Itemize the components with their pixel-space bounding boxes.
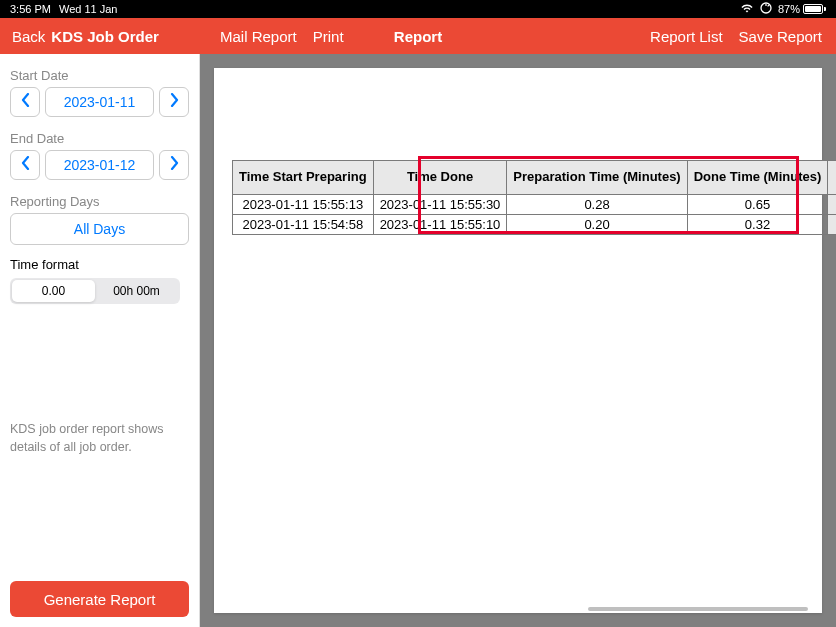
time-format-decimal[interactable]: 0.00 xyxy=(12,280,95,302)
end-date-prev-button[interactable] xyxy=(10,150,40,180)
report-viewport: Time Start Preparing Time Done Preparati… xyxy=(200,54,836,627)
battery-percent: 87% xyxy=(778,3,800,15)
back-button[interactable]: Back xyxy=(12,28,45,45)
reporting-days-label: Reporting Days xyxy=(10,194,189,209)
cell-start: 2023-01-11 15:54:58 xyxy=(233,215,374,235)
time-format-toggle: 0.00 00h 00m xyxy=(10,278,180,304)
generate-report-label: Generate Report xyxy=(44,591,156,608)
chevron-right-icon xyxy=(170,156,179,174)
cell-dtime: 0.65 xyxy=(687,195,828,215)
report-list-button[interactable]: Report List xyxy=(650,28,723,45)
col-time-done: Time Done xyxy=(373,161,507,195)
chevron-left-icon xyxy=(21,93,30,111)
cell-extra xyxy=(828,215,836,235)
status-bar: 3:56 PM Wed 11 Jan 87% xyxy=(0,0,836,18)
cell-dtime: 0.32 xyxy=(687,215,828,235)
page-title: KDS Job Order xyxy=(51,28,159,45)
generate-report-button[interactable]: Generate Report xyxy=(10,581,189,617)
report-table: Time Start Preparing Time Done Preparati… xyxy=(232,160,836,235)
report-page: Time Start Preparing Time Done Preparati… xyxy=(214,68,822,613)
all-days-button[interactable]: All Days xyxy=(10,213,189,245)
end-date-next-button[interactable] xyxy=(159,150,189,180)
sync-icon xyxy=(760,2,772,16)
time-format-label: Time format xyxy=(10,257,189,272)
end-date-value: 2023-01-12 xyxy=(64,157,136,173)
status-time: 3:56 PM xyxy=(10,3,51,15)
table-row: 2023-01-11 15:55:13 2023-01-11 15:55:30 … xyxy=(233,195,837,215)
col-done-time: Done Time (Minutes) xyxy=(687,161,828,195)
sidebar-description: KDS job order report shows details of al… xyxy=(10,421,189,456)
start-date-next-button[interactable] xyxy=(159,87,189,117)
cell-done: 2023-01-11 15:55:30 xyxy=(373,195,507,215)
end-date-button[interactable]: 2023-01-12 xyxy=(45,150,154,180)
start-date-prev-button[interactable] xyxy=(10,87,40,117)
save-report-button[interactable]: Save Report xyxy=(739,28,822,45)
cell-done: 2023-01-11 15:55:10 xyxy=(373,215,507,235)
cell-extra xyxy=(828,195,836,215)
time-format-decimal-label: 0.00 xyxy=(42,284,65,298)
chevron-right-icon xyxy=(170,93,179,111)
end-date-label: End Date xyxy=(10,131,189,146)
header-center-title: Report xyxy=(394,28,442,45)
battery-indicator: 87% xyxy=(778,3,826,15)
cell-prep: 0.28 xyxy=(507,195,687,215)
start-date-button[interactable]: 2023-01-11 xyxy=(45,87,154,117)
print-button[interactable]: Print xyxy=(313,28,344,45)
col-time-start: Time Start Preparing xyxy=(233,161,374,195)
sidebar: Start Date 2023-01-11 End Date 2023-01- xyxy=(0,54,200,627)
start-date-label: Start Date xyxy=(10,68,189,83)
status-date: Wed 11 Jan xyxy=(59,3,118,15)
cell-start: 2023-01-11 15:55:13 xyxy=(233,195,374,215)
start-date-value: 2023-01-11 xyxy=(64,94,136,110)
chevron-left-icon xyxy=(21,156,30,174)
mail-report-button[interactable]: Mail Report xyxy=(220,28,297,45)
wifi-icon xyxy=(740,3,754,15)
horizontal-scrollbar[interactable] xyxy=(588,607,808,611)
cell-prep: 0.20 xyxy=(507,215,687,235)
all-days-label: All Days xyxy=(74,221,125,237)
col-extra xyxy=(828,161,836,195)
table-row: 2023-01-11 15:54:58 2023-01-11 15:55:10 … xyxy=(233,215,837,235)
app-header: Back KDS Job Order Mail Report Print Rep… xyxy=(0,18,836,54)
col-prep-time: Preparation Time (Minutes) xyxy=(507,161,687,195)
time-format-hhmm-label: 00h 00m xyxy=(113,284,160,298)
time-format-hhmm[interactable]: 00h 00m xyxy=(95,280,178,302)
